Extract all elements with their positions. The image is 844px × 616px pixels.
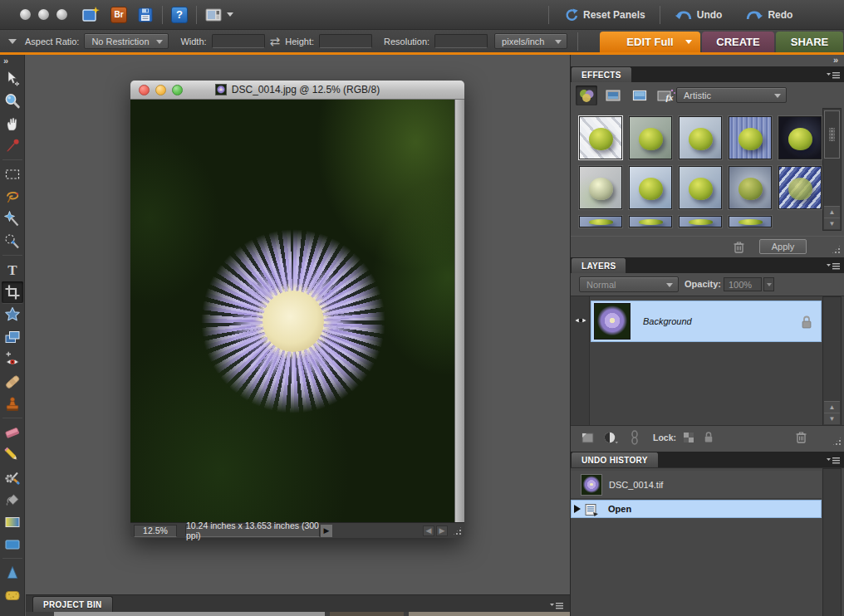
undo-history-scrollbar[interactable]: [822, 468, 842, 616]
tab-create[interactable]: CREATE: [702, 32, 774, 52]
sponge-tool[interactable]: [2, 584, 23, 606]
move-tool[interactable]: [2, 68, 23, 90]
quick-selection-tool[interactable]: [2, 231, 23, 252]
effect-thumbnail-partial[interactable]: [579, 216, 622, 227]
blend-mode-select[interactable]: Normal: [579, 276, 679, 292]
panel-bin-collapse-icon[interactable]: »: [833, 55, 837, 65]
lock-transparency-icon[interactable]: [683, 432, 694, 443]
smart-brush-tool[interactable]: [2, 467, 23, 488]
tab-effects[interactable]: EFFECTS: [571, 66, 632, 82]
opacity-value-field[interactable]: 100%: [724, 277, 762, 291]
document-vertical-scrollbar[interactable]: [454, 100, 464, 522]
effect-thumbnail[interactable]: [679, 166, 722, 209]
effect-thumbnail-partial[interactable]: [629, 216, 672, 227]
layers-panel-resize-grip[interactable]: [832, 436, 842, 447]
aspect-ratio-select[interactable]: No Restriction: [84, 33, 169, 49]
save-button[interactable]: [135, 5, 155, 25]
tool-options-caret-icon[interactable]: [8, 39, 17, 44]
history-item-file[interactable]: DSC_0014.tif: [571, 471, 822, 499]
gradient-tool[interactable]: [2, 511, 23, 533]
paint-bucket-tool[interactable]: [2, 489, 23, 511]
photo-effects-button[interactable]: [629, 86, 650, 105]
healing-brush-tool[interactable]: [2, 371, 23, 393]
lasso-tool[interactable]: [2, 186, 23, 208]
eyedropper-tool[interactable]: [2, 135, 23, 157]
window-dot[interactable]: [56, 9, 67, 20]
effects-panel-menu-button[interactable]: [827, 71, 840, 79]
lock-all-icon[interactable]: [703, 430, 714, 444]
effect-thumbnail[interactable]: [778, 166, 822, 209]
effect-thumbnail[interactable]: [579, 166, 622, 209]
cookie-cutter-tool[interactable]: [2, 304, 23, 325]
scroll-down-button[interactable]: ▼: [824, 413, 840, 424]
effect-thumbnail[interactable]: [729, 116, 772, 159]
tab-edit-full[interactable]: EDIT Full: [600, 32, 700, 52]
window-resize-grip[interactable]: [452, 526, 463, 536]
project-bin-content-preview[interactable]: [26, 612, 570, 616]
hand-tool[interactable]: [2, 113, 23, 134]
filters-button[interactable]: [576, 86, 597, 105]
apply-button[interactable]: Apply: [759, 239, 807, 254]
opacity-caret-button[interactable]: [763, 277, 774, 291]
sharpen-tool[interactable]: [2, 562, 23, 584]
resolution-unit-select[interactable]: pixels/inch: [494, 33, 567, 49]
window-controls[interactable]: [20, 9, 67, 20]
red-eye-removal-tool[interactable]: [2, 349, 23, 370]
type-tool[interactable]: T: [2, 259, 23, 281]
adjustment-layer-icon[interactable]: [603, 431, 618, 444]
undo-button[interactable]: Undo: [667, 7, 730, 22]
effect-thumbnail[interactable]: [579, 116, 622, 159]
shape-tool[interactable]: [2, 534, 23, 555]
effect-thumbnail[interactable]: [629, 116, 672, 159]
layers-panel-menu-button[interactable]: [827, 262, 840, 270]
effect-thumbnail[interactable]: [679, 116, 722, 159]
effect-thumbnail-partial[interactable]: [729, 216, 772, 227]
new-file-button[interactable]: [81, 5, 101, 25]
scroll-up-button[interactable]: ▲: [824, 206, 840, 218]
scrollbar-thumb[interactable]: [824, 110, 840, 159]
panel-layout-caret-icon[interactable]: [227, 12, 233, 17]
scroll-up-button[interactable]: ▲: [824, 401, 840, 413]
effect-thumbnail[interactable]: [629, 166, 672, 209]
effect-thumbnail-partial[interactable]: [679, 216, 722, 227]
panel-layout-button[interactable]: [204, 5, 223, 25]
reset-panels-button[interactable]: Reset Panels: [556, 7, 653, 23]
rectangular-marquee-tool[interactable]: [2, 164, 23, 185]
all-effects-button[interactable]: fx: [655, 86, 677, 105]
toolbox-collapse-icon[interactable]: »: [3, 56, 7, 66]
crop-tool[interactable]: [2, 281, 23, 303]
next-image-button[interactable]: ▶: [436, 526, 448, 536]
resolution-input[interactable]: [434, 34, 488, 48]
tab-project-bin[interactable]: PROJECT BIN: [32, 596, 113, 612]
delete-effect-trash-icon[interactable]: [732, 240, 746, 254]
zoom-tool[interactable]: [2, 90, 23, 112]
redo-button[interactable]: Redo: [738, 7, 800, 22]
straighten-tool[interactable]: [2, 326, 23, 348]
history-item-open[interactable]: Open: [571, 500, 822, 518]
swap-dimensions-icon[interactable]: ⇄: [270, 34, 281, 49]
link-layers-icon[interactable]: [630, 430, 640, 445]
eraser-tool[interactable]: [2, 422, 23, 443]
height-input[interactable]: [319, 34, 372, 48]
layer-row-background[interactable]: Background: [591, 301, 822, 342]
document-title-bar[interactable]: DSC_0014.jpg @ 12.5% (RGB/8): [130, 81, 464, 100]
layer-thumbnail[interactable]: [594, 303, 631, 340]
scroll-down-button[interactable]: ▼: [824, 218, 840, 229]
help-button[interactable]: ?: [169, 5, 189, 25]
delete-layer-trash-icon[interactable]: [794, 430, 808, 444]
tab-undo-history[interactable]: UNDO HISTORY: [571, 452, 659, 467]
effects-scrollbar[interactable]: ▲ ▼: [822, 108, 842, 231]
width-input[interactable]: [212, 34, 265, 48]
status-flyout-button[interactable]: ▶: [321, 525, 332, 537]
pencil-tool[interactable]: [2, 444, 23, 466]
window-dot[interactable]: [38, 9, 49, 20]
window-dot[interactable]: [20, 9, 31, 20]
project-bin-menu-button[interactable]: [550, 602, 563, 609]
tab-share[interactable]: SHARE: [776, 32, 843, 52]
tab-layers[interactable]: LAYERS: [571, 257, 626, 273]
layer-visibility-eye-icon[interactable]: [573, 315, 588, 326]
layer-styles-button[interactable]: [602, 86, 624, 105]
new-layer-icon[interactable]: [581, 431, 596, 444]
effect-thumbnail[interactable]: [778, 116, 822, 159]
magic-wand-tool[interactable]: [2, 208, 23, 230]
